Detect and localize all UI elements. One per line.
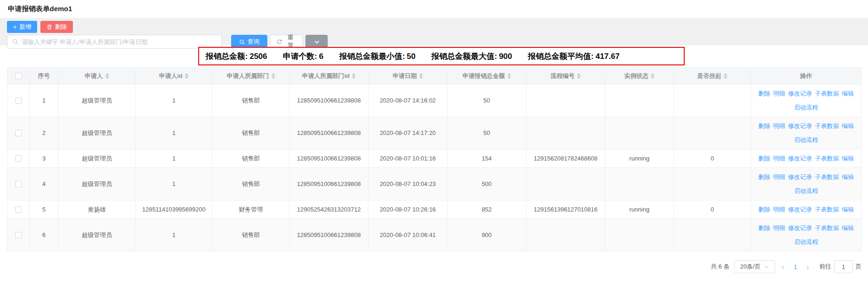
- add-button-label: 新增: [19, 23, 31, 31]
- column-header-flow_no[interactable]: 流程编号: [526, 68, 605, 84]
- delete-button[interactable]: 删除: [40, 21, 73, 33]
- action-line: 删除明细修改记录子表数据编辑: [753, 174, 859, 180]
- column-header-date[interactable]: 申请日期: [369, 68, 447, 84]
- current-page[interactable]: 1: [790, 263, 800, 270]
- sort-caret-icon[interactable]: [352, 73, 356, 79]
- action-link[interactable]: 删除: [758, 155, 771, 162]
- sort-caret-icon[interactable]: [724, 73, 727, 79]
- row-checkbox[interactable]: [15, 155, 22, 162]
- cell-status: running: [605, 200, 674, 219]
- cell-actions: 删除明细修改记录子表数据编辑启动流程: [751, 117, 862, 149]
- cell-applicant: 超级管理员: [58, 117, 136, 149]
- action-link[interactable]: 明细: [773, 206, 785, 213]
- action-link[interactable]: 子表数据: [815, 122, 839, 129]
- action-link[interactable]: 编辑: [842, 90, 854, 97]
- action-link[interactable]: 删除: [758, 206, 771, 213]
- action-link[interactable]: 启动流程: [794, 104, 818, 111]
- search-input[interactable]: [22, 38, 217, 45]
- sort-caret-icon[interactable]: [272, 73, 275, 79]
- data-table: 序号申请人申请人id申请人所属部门申请人所属部门id申请日期申请报销总金额流程编…: [7, 67, 861, 251]
- action-link[interactable]: 修改记录: [788, 122, 812, 129]
- row-checkbox[interactable]: [15, 232, 22, 238]
- action-link[interactable]: 启动流程: [794, 187, 818, 194]
- sort-caret-icon[interactable]: [419, 73, 423, 79]
- action-link[interactable]: 明细: [773, 122, 785, 129]
- column-label: 实例状态: [624, 72, 648, 79]
- column-label: 申请人: [85, 72, 103, 79]
- action-link[interactable]: 编辑: [842, 224, 854, 231]
- column-header-dept_id[interactable]: 申请人所属部门id: [290, 68, 369, 84]
- column-header-dept[interactable]: 申请人所属部门: [213, 68, 290, 84]
- column-header-status[interactable]: 实例状态: [605, 68, 674, 84]
- action-line: 删除明细修改记录子表数据编辑: [753, 206, 859, 212]
- sort-caret-icon[interactable]: [577, 73, 581, 79]
- action-link[interactable]: 子表数据: [815, 90, 839, 97]
- action-link[interactable]: 删除: [758, 122, 771, 129]
- goto-page-input[interactable]: [834, 260, 853, 273]
- summary-item: 报销总金额最大值:900: [431, 51, 514, 62]
- action-link[interactable]: 子表数据: [815, 173, 839, 180]
- row-checkbox[interactable]: [15, 130, 22, 136]
- sort-caret-icon[interactable]: [105, 73, 109, 79]
- action-link[interactable]: 修改记录: [788, 155, 812, 162]
- prev-page-button[interactable]: ‹: [780, 263, 786, 271]
- action-link[interactable]: 明细: [773, 90, 785, 97]
- chevron-down-icon: [314, 39, 320, 45]
- sort-caret-icon[interactable]: [507, 73, 511, 79]
- cell-status: [605, 117, 674, 149]
- row-checkbox[interactable]: [15, 206, 22, 213]
- action-link[interactable]: 启动流程: [794, 136, 818, 143]
- column-label: 操作: [800, 72, 812, 79]
- action-link[interactable]: 子表数据: [815, 224, 839, 231]
- cell-amount: 500: [447, 168, 526, 200]
- action-link[interactable]: 启动流程: [794, 238, 818, 245]
- cell-suspended: 0: [674, 149, 751, 168]
- action-link[interactable]: 修改记录: [788, 206, 812, 213]
- column-label: 申请日期: [393, 72, 417, 79]
- action-link[interactable]: 编辑: [842, 122, 854, 129]
- action-link[interactable]: 删除: [758, 224, 771, 231]
- cell-amount: 50: [447, 117, 526, 149]
- select-all-checkbox[interactable]: [15, 73, 22, 79]
- action-link[interactable]: 删除: [758, 90, 771, 97]
- goto-label: 前往: [819, 263, 831, 271]
- sort-caret-icon[interactable]: [185, 73, 188, 79]
- action-line: 删除明细修改记录子表数据编辑: [753, 123, 859, 129]
- action-link[interactable]: 删除: [758, 173, 771, 180]
- summary-item: 报销总金额:2506: [206, 51, 269, 62]
- action-link[interactable]: 修改记录: [788, 173, 812, 180]
- action-link[interactable]: 编辑: [842, 155, 854, 162]
- cell-applicant_id: 1: [136, 149, 213, 168]
- sort-caret-icon[interactable]: [651, 73, 654, 79]
- column-header-amount[interactable]: 申请报销总金额: [447, 68, 526, 84]
- column-header-applicant_id[interactable]: 申请人id: [136, 68, 213, 84]
- column-header-suspended[interactable]: 是否挂起: [674, 68, 751, 84]
- action-link[interactable]: 编辑: [842, 206, 854, 213]
- page-size-select[interactable]: 20条/页: [734, 260, 775, 273]
- summary-label: 报销总金额平均值:: [528, 52, 594, 61]
- action-link[interactable]: 修改记录: [788, 224, 812, 231]
- action-link[interactable]: 明细: [773, 155, 785, 162]
- column-label: 流程编号: [551, 72, 575, 79]
- next-page-button[interactable]: ›: [804, 263, 811, 271]
- table-row: 5黄扬雄1285114103995699200财务管理1290525426313…: [7, 200, 862, 219]
- cell-applicant_id: 1: [136, 84, 213, 117]
- cell-dept_id: 1285095100661239808: [290, 84, 369, 117]
- action-link[interactable]: 子表数据: [815, 206, 839, 213]
- action-link[interactable]: 修改记录: [788, 90, 812, 97]
- action-link[interactable]: 明细: [773, 224, 785, 231]
- cell-suspended: [674, 117, 751, 149]
- cell-applicant: 超级管理员: [58, 168, 136, 200]
- row-checkbox[interactable]: [15, 181, 22, 187]
- column-header-applicant[interactable]: 申请人: [58, 68, 136, 84]
- add-button[interactable]: + 新增: [7, 21, 37, 33]
- action-link[interactable]: 明细: [773, 173, 785, 180]
- summary-item: 申请个数:6: [283, 51, 325, 62]
- action-link[interactable]: 编辑: [842, 173, 854, 180]
- action-link[interactable]: 子表数据: [815, 155, 839, 162]
- row-checkbox[interactable]: [15, 97, 22, 104]
- action-line: 启动流程: [753, 104, 859, 110]
- chevron-down-icon: [764, 264, 769, 269]
- pagination: 共 6 条 20条/页 ‹ 1 › 前往 页: [706, 259, 862, 274]
- table-row: 1超级管理员1销售部12850951006612398082020-08-07 …: [7, 84, 862, 117]
